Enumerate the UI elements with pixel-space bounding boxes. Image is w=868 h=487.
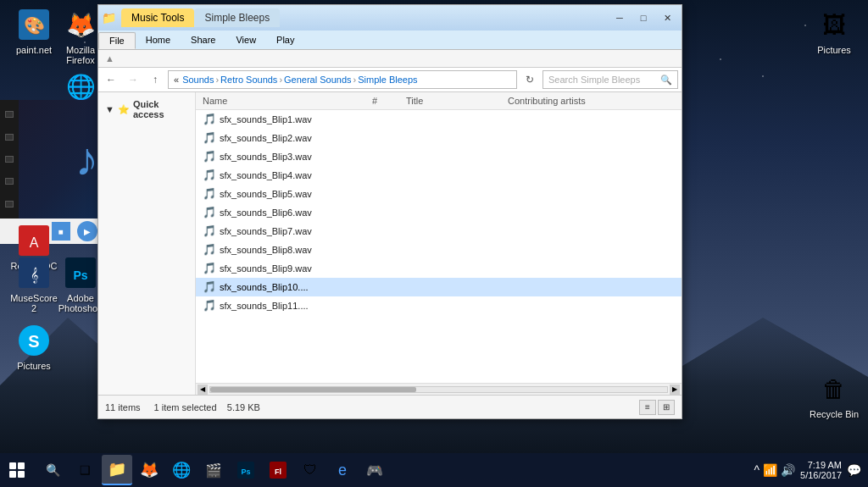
ribbon-tab-share[interactable]: Share — [181, 32, 225, 49]
chrome-icon: 🌐 — [64, 69, 97, 103]
close-button[interactable]: ✕ — [656, 9, 678, 26]
file-name-9: sfx_sounds_Blip9.wav — [220, 263, 376, 274]
clock[interactable]: 7:19 AM 5/16/2017 — [800, 460, 842, 480]
col-num-label: # — [372, 96, 377, 106]
title-bar: 📁 Music Tools Simple Bleeps ─ □ ✕ — [98, 5, 682, 30]
folder-icon: 📁 — [102, 11, 116, 25]
svg-text:𝄞: 𝄞 — [31, 267, 38, 284]
play-button[interactable]: ▶ — [77, 221, 97, 241]
file-name-1: sfx_sounds_Blip1.wav — [220, 114, 376, 125]
up-button[interactable]: ↑ — [146, 70, 164, 89]
tray-network[interactable]: 📶 — [763, 463, 777, 477]
forward-button[interactable]: → — [124, 70, 142, 89]
column-name[interactable]: Name — [203, 96, 372, 106]
ribbon-tab-view[interactable]: View — [225, 32, 266, 49]
file-icon-7: 🎵 — [203, 224, 216, 238]
file-item-1[interactable]: 🎵 sfx_sounds_Blip1.wav — [196, 110, 682, 129]
ribbon-collapse-arrow[interactable]: ▲ — [105, 53, 114, 64]
file-name-7: sfx_sounds_Blip7.wav — [220, 226, 376, 236]
file-item-2[interactable]: 🎵 sfx_sounds_Blip2.wav — [196, 129, 682, 147]
large-icons-view-button[interactable]: ⊞ — [658, 400, 675, 415]
file-name-11: sfx_sounds_Blip11.... — [220, 301, 376, 311]
file-list-header: Name # Title Contributing artists — [196, 92, 682, 110]
path-icon: « — [174, 75, 179, 85]
taskbar-photoshop[interactable]: Ps — [231, 455, 261, 485]
paintnet-icon: 🎨 — [17, 8, 51, 42]
path-sounds[interactable]: Sounds — [182, 75, 214, 85]
file-item-8[interactable]: 🎵 sfx_sounds_Blip8.wav — [196, 241, 682, 259]
details-view-button[interactable]: ≡ — [639, 400, 656, 415]
file-item-11[interactable]: 🎵 sfx_sounds_Blip11.... — [196, 296, 682, 315]
search-box[interactable]: Search Simple Bleeps 🔍 — [542, 70, 678, 89]
ribbon-tab-home[interactable]: Home — [136, 32, 181, 49]
pictures-icon: 🖼 — [817, 8, 851, 42]
refresh-button[interactable]: ↻ — [520, 70, 539, 89]
scroll-left-arrow[interactable]: ◀ — [198, 385, 208, 395]
status-bar: 11 items 1 item selected 5.19 KB ≡ ⊞ — [98, 395, 682, 418]
ribbon-content: ▲ — [98, 50, 682, 67]
start-button[interactable] — [0, 453, 34, 487]
recycle-icon: 🗑 — [817, 372, 851, 406]
taskbar-explorer[interactable]: 📁 — [102, 455, 132, 485]
file-list: 🎵 sfx_sounds_Blip1.wav 🎵 sfx_sounds_Blip… — [196, 110, 682, 383]
sidebar: ▼ ⭐ Quick access — [98, 92, 196, 395]
taskbar-task-view[interactable]: ❑ — [70, 455, 100, 485]
file-icon-3: 🎵 — [203, 150, 216, 163]
tray-chevron[interactable]: ^ — [754, 463, 760, 477]
file-item-6[interactable]: 🎵 sfx_sounds_Blip6.wav — [196, 203, 682, 222]
clock-date: 5/16/2017 — [800, 470, 842, 480]
file-name-6: sfx_sounds_Blip6.wav — [220, 208, 376, 218]
title-tab-music-tools[interactable]: Music Tools — [121, 8, 194, 27]
file-item-9[interactable]: 🎵 sfx_sounds_Blip9.wav — [196, 259, 682, 278]
windows-icon — [9, 462, 25, 478]
taskbar-firefox[interactable]: 🦊 — [134, 455, 164, 485]
path-sep-2: › — [279, 75, 282, 85]
ribbon-tab-play[interactable]: Play — [266, 32, 304, 49]
file-item-3[interactable]: 🎵 sfx_sounds_Blip3.wav — [196, 147, 682, 166]
path-general[interactable]: General Sounds — [284, 75, 352, 85]
taskbar-chrome[interactable]: 🌐 — [166, 455, 197, 485]
taskbar-ie[interactable]: e — [327, 455, 358, 485]
scroll-track[interactable] — [209, 386, 668, 393]
desktop-icon-pictures[interactable]: 🖼 Pictures — [804, 4, 864, 58]
file-item-4[interactable]: 🎵 sfx_sounds_Blip4.wav — [196, 166, 682, 185]
music-note-icon: ♪ — [75, 132, 99, 186]
column-artist[interactable]: Contributing artists — [508, 96, 675, 106]
file-name-8: sfx_sounds_Blip8.wav — [220, 245, 376, 255]
horizontal-scrollbar[interactable]: ◀ ▶ — [196, 383, 682, 395]
file-item-10[interactable]: 🎵 sfx_sounds_Blip10.... — [196, 278, 682, 296]
notification-icon[interactable]: 💬 — [847, 463, 861, 477]
file-name-3: sfx_sounds_Blip3.wav — [220, 152, 376, 162]
taskbar-norton[interactable]: 🛡 — [295, 455, 326, 485]
file-icon-10: 🎵 — [203, 280, 216, 294]
scroll-right-arrow[interactable]: ▶ — [670, 385, 680, 395]
column-num[interactable]: # — [372, 96, 406, 106]
column-title[interactable]: Title — [406, 96, 508, 106]
path-simple[interactable]: Simple Bleeps — [358, 75, 417, 85]
musescore-icon: 𝄞 — [17, 256, 51, 290]
title-tabs: Music Tools Simple Bleeps — [121, 8, 280, 27]
file-name-4: sfx_sounds_Blip4.wav — [220, 170, 376, 180]
scroll-thumb[interactable] — [210, 387, 416, 392]
recycle-label: Recycle Bin — [810, 409, 859, 419]
file-item-7[interactable]: 🎵 sfx_sounds_Blip7.wav — [196, 222, 682, 241]
maximize-button[interactable]: □ — [632, 9, 654, 26]
file-item-5[interactable]: 🎵 sfx_sounds_Blip5.wav — [196, 185, 682, 203]
search-placeholder: Search Simple Bleeps — [548, 75, 640, 85]
taskbar-flash[interactable]: Fl — [263, 455, 293, 485]
item-count: 11 items — [105, 402, 141, 412]
taskbar-media[interactable]: 🎬 — [198, 455, 229, 485]
address-path[interactable]: « Sounds › Retro Sounds › General Sounds… — [168, 70, 517, 89]
desktop-icon-recycle[interactable]: 🗑 Recycle Bin — [804, 368, 864, 423]
taskbar-search[interactable]: 🔍 — [37, 455, 68, 485]
minimize-button[interactable]: ─ — [609, 9, 631, 26]
path-sep-1: › — [215, 75, 219, 85]
desktop-icon-skype[interactable]: S Pictures — [4, 320, 64, 374]
svg-text:Ps: Ps — [241, 468, 250, 476]
taskbar-app-extra[interactable]: 🎮 — [359, 455, 390, 485]
title-tab-simple-bleeps[interactable]: Simple Bleeps — [194, 8, 280, 27]
ribbon-tab-file[interactable]: File — [98, 32, 136, 49]
back-button[interactable]: ← — [102, 70, 120, 89]
tray-volume[interactable]: 🔊 — [781, 463, 795, 477]
path-retro[interactable]: Retro Sounds — [220, 75, 277, 85]
